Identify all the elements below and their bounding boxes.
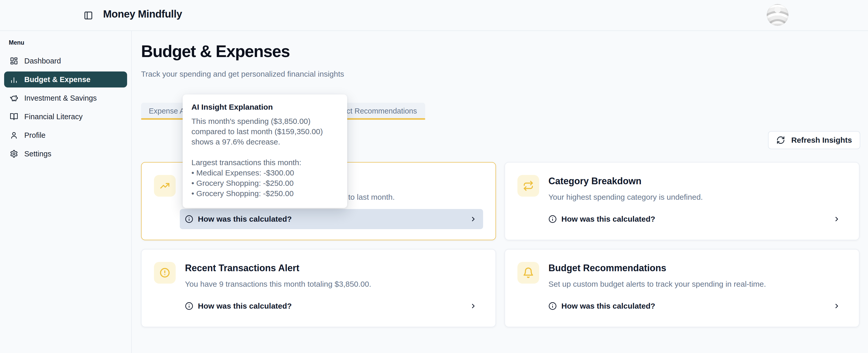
user-avatar[interactable] [767,4,788,26]
card-budget-recommendations: Budget Recommendations Set up custom bud… [504,249,860,327]
how-calculated-label: How was this calculated? [561,302,655,310]
book-open-icon [10,112,18,121]
card-body: Recent Transactions Alert You have 9 tra… [185,262,483,316]
repeat-arrows-icon [518,175,539,197]
chevron-right-icon [833,215,840,223]
how-calculated-row[interactable]: How was this calculated? [180,209,483,229]
card-recent-transactions-alert: Recent Transactions Alert You have 9 tra… [141,249,496,327]
how-calculated-row[interactable]: How was this calculated? [180,296,483,316]
sidebar: Menu Dashboard Budget & Expense Investme… [0,30,132,353]
sidebar-item-label: Profile [24,131,45,140]
card-title: Category Breakdown [549,175,846,187]
page-subtitle: Track your spending and get personalized… [141,70,344,78]
app-title: Money Mindfully [103,8,182,20]
info-icon [185,215,193,223]
refresh-insights-button[interactable]: Refresh Insights [768,131,860,149]
how-calculated-row[interactable]: How was this calculated? [543,296,846,316]
card-title: Recent Transactions Alert [185,262,483,274]
alert-circle-icon [154,262,176,284]
bell-icon [518,262,539,284]
tooltip-transactions: Largest transactions this month: • Medic… [191,157,338,199]
sidebar-item-budget-expense[interactable]: Budget & Expense [4,71,127,87]
card-body: Category Breakdown Your highest spending… [549,175,846,229]
sidebar-item-label: Financial Literacy [24,112,83,121]
sidebar-item-settings[interactable]: Settings [4,146,127,162]
card-title: Budget Recommendations [549,262,846,274]
chevron-right-icon [833,303,840,310]
card-subtitle: You have 9 transactions this month total… [185,279,483,289]
sidebar-item-label: Settings [24,150,52,158]
how-calculated-label: How was this calculated? [561,215,655,223]
refresh-insights-label: Refresh Insights [791,136,852,144]
trending-up-icon [154,175,176,197]
tooltip-transaction-item: • Grocery Shopping: -$250.00 [191,178,338,188]
tooltip-paragraph: This month's spending ($3,850.00) compar… [191,116,338,147]
chevron-right-icon [470,215,477,223]
card-category-breakdown: Category Breakdown Your highest spending… [504,162,860,240]
how-calculated-row[interactable]: How was this calculated? [543,209,846,229]
sidebar-item-profile[interactable]: Profile [4,127,127,143]
gear-icon [10,150,18,158]
sidebar-item-financial-literacy[interactable]: Financial Literacy [4,109,127,125]
card-body: Budget Recommendations Set up custom bud… [549,262,846,316]
bar-chart-icon [10,75,18,83]
ai-insight-tooltip: AI Insight Explanation This month's spen… [183,95,347,208]
sidebar-item-label: Dashboard [24,57,61,65]
panel-left-icon [84,11,93,20]
card-subtitle: Your highest spending category is undefi… [549,192,846,202]
refresh-icon [776,136,785,144]
sidebar-section-label: Menu [9,39,127,46]
tooltip-transaction-item: • Grocery Shopping: -$250.00 [191,188,338,199]
user-icon [10,131,18,139]
how-calculated-label: How was this calculated? [198,215,292,223]
tooltip-transaction-item: • Medical Expenses: -$300.00 [191,168,338,178]
chevron-right-icon [470,303,477,310]
info-icon [549,215,557,223]
piggy-bank-icon [10,94,18,102]
card-subtitle: Set up custom budget alerts to track you… [549,279,846,289]
sidebar-item-label: Budget & Expense [24,75,90,84]
how-calculated-label: How was this calculated? [198,302,292,310]
tooltip-title: AI Insight Explanation [191,103,338,111]
sidebar-item-investment-savings[interactable]: Investment & Savings [4,90,127,106]
dashboard-icon [10,57,18,65]
sidebar-item-dashboard[interactable]: Dashboard [4,53,127,69]
sidebar-toggle-button[interactable] [84,10,94,21]
info-icon [549,302,557,310]
app-header: Money Mindfully [0,0,868,31]
page-title: Budget & Expenses [141,42,290,61]
info-icon [185,302,193,310]
sidebar-item-label: Investment & Savings [24,94,97,102]
tooltip-transactions-heading: Largest transactions this month: [191,157,338,168]
